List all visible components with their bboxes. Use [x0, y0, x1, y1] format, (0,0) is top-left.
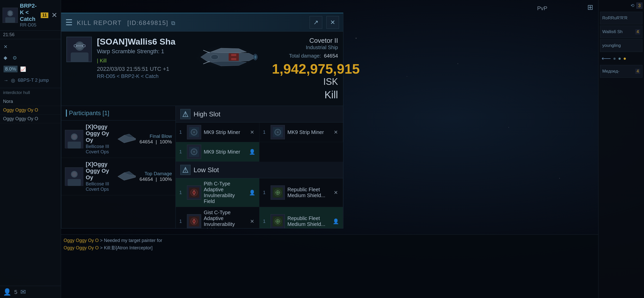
copy-icon[interactable]: ⧉: [171, 20, 176, 26]
sidebar-list-item-nora[interactable]: Nora: [0, 97, 61, 106]
low-slot-icon: [180, 165, 191, 175]
item-remove-2[interactable]: ✕: [332, 129, 339, 136]
low-item-qty-1: 1: [179, 190, 184, 195]
participant-2-name: [X]Oggy Oggy Oy Oy: [86, 161, 114, 181]
participant-row-2[interactable]: [X]Oggy Oggy Oy Oy Bellicose III Covert …: [61, 158, 175, 195]
right-header: ⟲ 3: [600, 3, 642, 9]
kill-location: RR-D05 < BRP2-K < Catch: [97, 73, 180, 79]
sidebar-close-button[interactable]: ✕: [50, 10, 58, 20]
sidebar: BRP2-K < Catch RR-D05 11 ✕ 21:56 ✕ ◆ ⊙ 8…: [0, 0, 61, 298]
participant-1-corp: Bellicose III Covert Ops: [86, 144, 114, 155]
high-slot-item-2[interactable]: 1 MK9 Strip Miner ✕: [259, 123, 343, 142]
participant-row-1[interactable]: [X]Oggy Oggy Oy Oy Bellicose III Covert …: [61, 120, 175, 158]
menu-icon[interactable]: ☰: [65, 18, 73, 27]
top-right-icons: ⊞: [587, 3, 593, 11]
svg-point-68: [193, 192, 195, 194]
low-item-qty-2: 1: [263, 190, 268, 195]
right-icon-1[interactable]: ⟲: [631, 3, 634, 8]
arrow-icon: →: [4, 78, 8, 83]
location-label: 6BPS-T 2 jump: [18, 78, 49, 83]
target-icon: ◎: [11, 77, 15, 83]
participant-2-stats: Top Damage 64654 | 100%: [139, 171, 172, 182]
item-person-3[interactable]: 👤: [248, 148, 256, 155]
high-slot-header: High Slot: [176, 106, 343, 123]
low-slot-items: 1 Pith C-Type Adaptive Invulnerability F…: [176, 178, 343, 228]
svg-point-45: [72, 172, 77, 177]
low-item-person-1[interactable]: 👤: [248, 189, 256, 196]
right-item-1[interactable]: RoRRuR'R'R: [600, 12, 642, 24]
sidebar-item-close[interactable]: ✕: [0, 41, 61, 52]
svg-rect-13: [7, 12, 8, 14]
low-item-icon-3: [187, 214, 201, 228]
chat-msg-2: > Kill:影[Atron Interceptor]: [100, 245, 153, 250]
participant-1-avatar: [65, 130, 83, 148]
low-item-qty-4: 1: [263, 219, 268, 224]
high-slot-item-3[interactable]: 1 MK9 Strip Miner 👤: [176, 142, 259, 162]
svg-point-54: [193, 131, 195, 133]
sidebar-section-label: interdictor hull: [0, 88, 61, 97]
low-slot-item-1[interactable]: 1 Pith C-Type Adaptive Invulnerability F…: [176, 178, 259, 207]
item-qty-3: 1: [179, 149, 184, 155]
low-slot-item-3[interactable]: 1 Gist C-Type Adaptive Invulnerability F…: [176, 207, 259, 228]
right-count-1: 3: [636, 3, 642, 9]
sidebar-item-navigation[interactable]: → ◎ 6BPS-T 2 jump: [0, 75, 61, 86]
mail-icon: ✉: [20, 288, 26, 296]
low-item-remove-2[interactable]: ✕: [332, 189, 339, 196]
low-slot-header: Low Slot: [176, 162, 343, 178]
slots-panel: High Slot 1 MK9 Strip Miner: [176, 106, 343, 228]
pvp-label: PvP: [537, 5, 547, 12]
participants-header: Participants [1]: [61, 106, 175, 120]
sidebar-list-item-oggy2[interactable]: Oggy Oggy Oy O: [0, 115, 61, 123]
low-slot-item-2[interactable]: 1 Republic Fleet Medium Shield... ✕: [259, 178, 343, 207]
sidebar-item-percent[interactable]: 8.0% 📈: [0, 63, 61, 75]
damage-label: Total damage: 64654: [272, 53, 338, 59]
isk-display: 1,942,975,915 ISK: [272, 61, 338, 87]
sidebar-time: 21:56: [0, 31, 61, 39]
item-remove-1[interactable]: ✕: [248, 129, 256, 136]
svg-point-58: [277, 131, 279, 133]
sidebar-count: 5: [14, 289, 17, 295]
external-link-button[interactable]: ↗: [310, 16, 322, 29]
right-item-2[interactable]: Wallis6 Sh 4: [600, 25, 642, 38]
participant-1-stats: Final Blow 64654 | 100%: [139, 133, 172, 145]
isk-unit: ISK: [323, 76, 338, 87]
participant-1-ship-icon: [116, 133, 137, 145]
kill-body: Participants [1] [X]Oggy Oggy Oy Oy Bell…: [61, 106, 343, 228]
low-item-person-4[interactable]: 👤: [332, 218, 339, 225]
item-icon-2: [271, 125, 285, 139]
participant-2-ship-icon: [116, 170, 137, 183]
ship-class: Covetor II: [272, 37, 338, 45]
right-count-2: 4: [635, 29, 640, 34]
sidebar-list-item-oggy1[interactable]: Oggy Oggy Oy O: [0, 106, 61, 115]
right-item-4[interactable]: Медоед- 4: [600, 65, 642, 78]
svg-rect-20: [83, 45, 85, 47]
kill-indicator: |: [97, 58, 98, 64]
right-arrow-icon[interactable]: ⟵: [602, 55, 611, 62]
low-slot-label: Low Slot: [194, 166, 219, 174]
close-button[interactable]: ✕: [326, 16, 339, 29]
kill-report-title: KILL REPORT [ID:6849815] ⧉: [77, 18, 305, 27]
filter-icon[interactable]: ⊞: [587, 3, 593, 11]
participant-1-name: [X]Oggy Oggy Oy Oy: [86, 124, 114, 143]
kill-info-section: [SOAN]Wallis6 Sha Warp Scramble Strength…: [61, 32, 343, 106]
item-name-3: MK9 Strip Miner: [204, 149, 246, 155]
low-item-icon-1: [187, 185, 201, 200]
low-slot-item-4[interactable]: 1 Republic Fleet Medium Shield... 👤: [259, 207, 343, 228]
sidebar-item-map[interactable]: ◆ ⊙: [0, 52, 61, 63]
svg-rect-17: [71, 52, 89, 62]
chat-area: Oggy Oggy Oy O > Needed my target painte…: [61, 234, 598, 298]
item-name-2: MK9 Strip Miner: [287, 129, 330, 135]
participant-2-avatar: [65, 167, 83, 186]
sidebar-system: RR-D05: [20, 22, 39, 28]
item-icon-3: [187, 145, 201, 159]
right-dot-2: ●: [618, 56, 621, 61]
low-item-remove-3[interactable]: ✕: [248, 218, 256, 225]
svg-rect-44: [68, 179, 81, 186]
right-item-3[interactable]: youngling: [600, 39, 642, 52]
sidebar-bottom-bar: 👤 5 ✉: [0, 286, 61, 298]
person-icon: 👤: [3, 288, 11, 296]
sidebar-player-info: BRP2-K < Catch RR-D05: [20, 3, 39, 28]
victim-avatar: [66, 37, 92, 62]
high-slot-item-1[interactable]: 1 MK9 Strip Miner ✕: [176, 123, 259, 142]
item-name-1: MK9 Strip Miner: [204, 129, 246, 135]
